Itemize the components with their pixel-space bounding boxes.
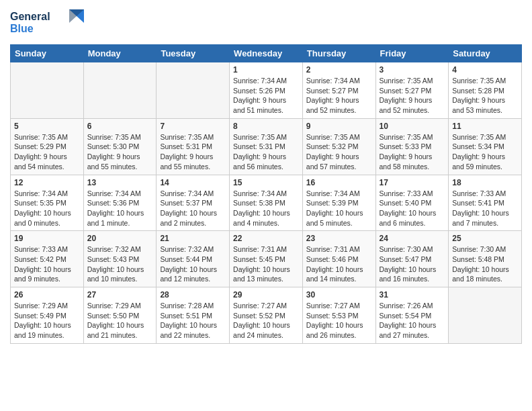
day-info: Sunrise: 7:34 AM Sunset: 5:37 PM Dayligh… [160,189,226,228]
day-number: 13 [87,178,153,187]
day-number: 26 [14,290,80,300]
day-number: 11 [452,122,518,131]
calendar-cell: 22Sunrise: 7:31 AM Sunset: 5:45 PM Dayli… [230,231,303,287]
week-row-1: 1Sunrise: 7:34 AM Sunset: 5:26 PM Daylig… [11,62,522,119]
calendar-cell: 13Sunrise: 7:34 AM Sunset: 5:36 PM Dayli… [83,175,157,231]
day-number: 12 [14,178,80,187]
calendar-cell: 14Sunrise: 7:34 AM Sunset: 5:37 PM Dayli… [157,175,230,231]
day-info: Sunrise: 7:31 AM Sunset: 5:46 PM Dayligh… [306,244,372,284]
svg-text:General: General [10,11,50,22]
calendar-cell: 24Sunrise: 7:30 AM Sunset: 5:47 PM Dayli… [375,231,449,287]
day-info: Sunrise: 7:28 AM Sunset: 5:51 PM Dayligh… [160,301,226,340]
day-number: 29 [233,290,299,300]
day-info: Sunrise: 7:34 AM Sunset: 5:38 PM Dayligh… [233,189,299,228]
calendar-cell: 6Sunrise: 7:35 AM Sunset: 5:30 PM Daylig… [83,118,157,175]
day-info: Sunrise: 7:30 AM Sunset: 5:48 PM Dayligh… [452,244,518,284]
day-info: Sunrise: 7:35 AM Sunset: 5:33 PM Dayligh… [380,132,445,172]
day-info: Sunrise: 7:34 AM Sunset: 5:35 PM Dayligh… [14,189,80,228]
calendar-cell: 4Sunrise: 7:35 AM Sunset: 5:28 PM Daylig… [449,62,522,119]
day-number: 30 [306,290,372,300]
day-info: Sunrise: 7:32 AM Sunset: 5:44 PM Dayligh… [160,244,226,284]
calendar-cell: 10Sunrise: 7:35 AM Sunset: 5:33 PM Dayli… [375,118,449,175]
calendar-cell: 20Sunrise: 7:32 AM Sunset: 5:43 PM Dayli… [83,231,157,287]
calendar-cell: 23Sunrise: 7:31 AM Sunset: 5:46 PM Dayli… [302,231,375,287]
calendar-cell: 29Sunrise: 7:27 AM Sunset: 5:52 PM Dayli… [230,287,303,344]
day-number: 17 [380,178,445,187]
day-header-saturday: Saturday [449,45,522,62]
day-number: 23 [306,234,372,243]
calendar-cell: 25Sunrise: 7:30 AM Sunset: 5:48 PM Dayli… [449,231,522,287]
calendar-cell: 28Sunrise: 7:28 AM Sunset: 5:51 PM Dayli… [157,287,230,344]
day-number: 24 [380,234,445,243]
day-info: Sunrise: 7:34 AM Sunset: 5:26 PM Dayligh… [233,76,299,116]
day-number: 25 [452,234,518,243]
week-row-5: 26Sunrise: 7:29 AM Sunset: 5:49 PM Dayli… [11,287,522,344]
day-info: Sunrise: 7:26 AM Sunset: 5:54 PM Dayligh… [380,301,445,340]
day-header-tuesday: Tuesday [157,45,230,62]
logo: General Blue [10,7,84,39]
day-info: Sunrise: 7:33 AM Sunset: 5:41 PM Dayligh… [452,189,518,228]
calendar-cell [11,62,84,119]
calendar-cell: 7Sunrise: 7:35 AM Sunset: 5:31 PM Daylig… [157,118,230,175]
day-number: 18 [452,178,518,187]
day-info: Sunrise: 7:33 AM Sunset: 5:42 PM Dayligh… [14,244,80,284]
day-info: Sunrise: 7:34 AM Sunset: 5:39 PM Dayligh… [306,189,372,228]
day-info: Sunrise: 7:35 AM Sunset: 5:29 PM Dayligh… [14,132,80,172]
day-header-sunday: Sunday [11,45,84,62]
day-number: 20 [87,234,153,243]
calendar-cell: 1Sunrise: 7:34 AM Sunset: 5:26 PM Daylig… [230,62,303,119]
day-number: 9 [306,122,372,131]
calendar-cell: 30Sunrise: 7:27 AM Sunset: 5:53 PM Dayli… [302,287,375,344]
calendar-cell [83,62,157,119]
day-number: 3 [380,65,445,75]
day-info: Sunrise: 7:35 AM Sunset: 5:34 PM Dayligh… [452,132,518,172]
calendar-cell: 5Sunrise: 7:35 AM Sunset: 5:29 PM Daylig… [11,118,84,175]
day-info: Sunrise: 7:27 AM Sunset: 5:52 PM Dayligh… [233,301,299,340]
day-info: Sunrise: 7:32 AM Sunset: 5:43 PM Dayligh… [87,244,153,284]
calendar-cell: 2Sunrise: 7:34 AM Sunset: 5:27 PM Daylig… [302,62,375,119]
calendar-cell: 19Sunrise: 7:33 AM Sunset: 5:42 PM Dayli… [11,231,84,287]
day-info: Sunrise: 7:35 AM Sunset: 5:31 PM Dayligh… [160,132,226,172]
day-number: 14 [160,178,226,187]
day-number: 10 [380,122,445,131]
svg-text:Blue: Blue [10,23,34,34]
day-info: Sunrise: 7:27 AM Sunset: 5:53 PM Dayligh… [306,301,372,340]
calendar-cell: 27Sunrise: 7:29 AM Sunset: 5:50 PM Dayli… [83,287,157,344]
page-container: General Blue SundayMondayTuesdayWednesda… [0,0,532,351]
day-header-wednesday: Wednesday [230,45,303,62]
calendar-cell: 31Sunrise: 7:26 AM Sunset: 5:54 PM Dayli… [375,287,449,344]
calendar-cell: 16Sunrise: 7:34 AM Sunset: 5:39 PM Dayli… [302,175,375,231]
day-number: 27 [87,290,153,300]
day-number: 31 [380,290,445,300]
calendar-cell: 12Sunrise: 7:34 AM Sunset: 5:35 PM Dayli… [11,175,84,231]
day-info: Sunrise: 7:34 AM Sunset: 5:36 PM Dayligh… [87,189,153,228]
day-info: Sunrise: 7:34 AM Sunset: 5:27 PM Dayligh… [306,76,372,116]
day-header-friday: Friday [375,45,449,62]
day-info: Sunrise: 7:35 AM Sunset: 5:30 PM Dayligh… [87,132,153,172]
week-row-3: 12Sunrise: 7:34 AM Sunset: 5:35 PM Dayli… [11,175,522,231]
header: General Blue [10,7,522,39]
calendar-cell: 18Sunrise: 7:33 AM Sunset: 5:41 PM Dayli… [449,175,522,231]
day-info: Sunrise: 7:35 AM Sunset: 5:28 PM Dayligh… [452,76,518,116]
calendar-cell: 3Sunrise: 7:35 AM Sunset: 5:27 PM Daylig… [375,62,449,119]
day-info: Sunrise: 7:35 AM Sunset: 5:32 PM Dayligh… [306,132,372,172]
logo-text: General Blue [10,7,84,39]
day-number: 15 [233,178,299,187]
day-info: Sunrise: 7:29 AM Sunset: 5:49 PM Dayligh… [14,301,80,340]
day-number: 28 [160,290,226,300]
header-row: SundayMondayTuesdayWednesdayThursdayFrid… [11,45,522,62]
day-number: 19 [14,234,80,243]
week-row-2: 5Sunrise: 7:35 AM Sunset: 5:29 PM Daylig… [11,118,522,175]
day-header-thursday: Thursday [302,45,375,62]
calendar-cell: 21Sunrise: 7:32 AM Sunset: 5:44 PM Dayli… [157,231,230,287]
calendar-cell [157,62,230,119]
day-number: 2 [306,65,372,75]
day-number: 16 [306,178,372,187]
calendar-cell: 26Sunrise: 7:29 AM Sunset: 5:49 PM Dayli… [11,287,84,344]
day-info: Sunrise: 7:31 AM Sunset: 5:45 PM Dayligh… [233,244,299,284]
day-number: 5 [14,122,80,131]
day-number: 22 [233,234,299,243]
day-info: Sunrise: 7:35 AM Sunset: 5:27 PM Dayligh… [380,76,445,116]
calendar-table: SundayMondayTuesdayWednesdayThursdayFrid… [10,44,522,344]
week-row-4: 19Sunrise: 7:33 AM Sunset: 5:42 PM Dayli… [11,231,522,287]
